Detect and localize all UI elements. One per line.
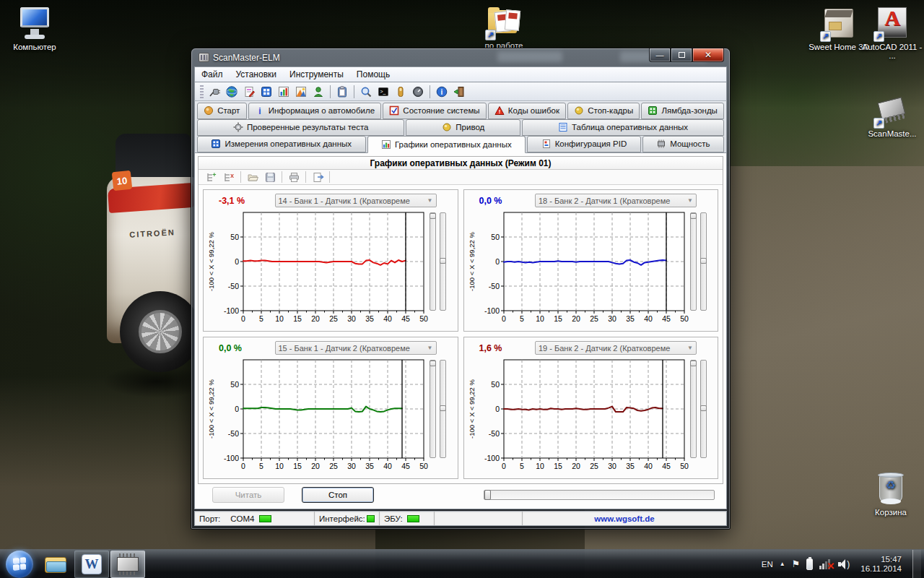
scale-slider[interactable] [430,212,436,311]
desktop-icon-scanmaster[interactable]: ↗ ScanMaste... [859,92,924,138]
svg-text:-100: -100 [224,454,239,462]
playback-slider[interactable] [484,490,715,500]
open-icon[interactable] [245,170,260,184]
tab-start[interactable]: Старт [197,103,247,119]
add-graph-icon[interactable]: + [204,170,219,184]
device-icon[interactable] [393,85,408,99]
terminal-icon[interactable]: >_ [376,85,391,99]
desktop-icon-recycle-bin[interactable]: ♻ Корзина [858,471,924,517]
desktop-icon-label: Компьютер [1,43,68,51]
scale-slider[interactable] [690,212,697,311]
save-icon[interactable] [263,170,277,184]
taskbar: W EN ▲ ⚑ ✕ ) 15:47 16.11.2014 [0,549,924,578]
offset-slider[interactable] [700,212,707,311]
network-icon[interactable]: ✕ [819,558,832,569]
offset-slider[interactable] [440,212,446,311]
desktop-icon-work-folder[interactable]: ↗ по работе [471,4,537,50]
svg-text:10: 10 [275,462,284,470]
svg-text:20: 20 [572,314,580,323]
toolbar-grip [200,85,204,98]
connect-icon[interactable] [207,85,222,99]
user-icon[interactable] [311,85,326,99]
pid-selector[interactable]: 19 - Банк 2 - Датчик 2 (Кратковреме▼ [535,341,697,355]
stop-button[interactable]: Стоп [302,487,374,503]
tab-vehicle-info[interactable]: iИнформация о автомобиле [248,103,382,119]
chart-icon[interactable] [276,85,291,99]
offset-slider[interactable] [440,360,446,458]
toolbar-separator [354,85,354,98]
maximize-button[interactable] [671,48,692,62]
desktop-icon-autocad[interactable]: A ↗ AutoCAD 2011 - ... [859,6,924,60]
remove-graph-icon[interactable]: x [222,170,236,184]
line-chart: 500-50-10005101520253035404550-100 < X <… [206,210,428,329]
info-icon[interactable]: i [435,85,449,99]
svg-text:i: i [258,106,261,116]
pid-grid-icon[interactable] [259,85,274,99]
tab-freeze-frames[interactable]: Стоп-кадры [567,103,640,119]
scale-slider[interactable] [430,360,436,458]
svg-text:50: 50 [230,380,239,389]
menu-help[interactable]: Помощь [350,68,396,81]
pid-selector[interactable]: 14 - Банк 1 - Датчик 1 (Кратковреме▼ [275,194,437,207]
show-desktop-button[interactable] [912,550,921,578]
minimize-button[interactable]: — [649,48,671,62]
line-chart: 500-50-10005101520253035404550-100 < X <… [466,357,689,477]
battery-icon[interactable] [806,558,813,570]
computer-icon [17,6,52,40]
svg-text:50: 50 [680,462,689,470]
print-icon[interactable] [287,170,301,184]
svg-text:x: x [230,172,233,179]
exit-icon[interactable] [452,85,466,99]
window-titlebar[interactable]: ScanMaster-ELM — ✕ [194,48,727,66]
desktop-icon-computer[interactable]: Компьютер [1,6,68,51]
taskbar-scanmaster-button[interactable] [110,551,145,578]
shortcut-arrow-icon: ↗ [485,30,496,40]
word-icon: W [82,554,102,574]
clock[interactable]: 15:47 16.11.2014 [856,555,906,574]
pid-selector[interactable]: 18 - Банк 2 - Датчик 1 (Кратковреме▼ [535,194,697,207]
language-indicator[interactable]: EN [762,560,773,569]
menu-settings[interactable]: Установки [230,68,283,81]
svg-text:30: 30 [347,462,356,470]
svg-text:-50: -50 [488,282,499,290]
volume-icon[interactable]: ) [838,559,850,569]
export-icon[interactable] [310,170,325,184]
globe-icon[interactable] [225,85,239,99]
pid-selector[interactable]: 15 - Банк 1 - Датчик 2 (Кратковреме▼ [275,341,437,355]
tab-system-status[interactable]: Состояние системы [383,103,487,119]
toolbar-separator [330,85,331,98]
tab-live-data-graphs[interactable]: Графики оперативных данных [367,136,526,153]
tab-pid-config[interactable]: Конфигурация PID [527,136,641,152]
image-report-icon[interactable] [294,85,308,99]
clipboard-icon[interactable] [335,85,349,99]
tab-test-results[interactable]: Проверенные результаты теста [197,119,404,136]
close-button[interactable]: ✕ [692,48,724,62]
read-button[interactable]: Читать [212,487,284,503]
menu-tools[interactable]: Инструменты [283,68,350,81]
tab-live-data-table[interactable]: Таблица оперативных данных [522,119,724,136]
tab-power[interactable]: Мощность [642,136,724,152]
panel-title: Графики оперативных данных (Режим 01) [199,157,723,170]
hidden-icons-arrow[interactable]: ▲ [780,561,785,567]
taskbar-word-button[interactable]: W [74,551,109,578]
start-button[interactable] [6,551,33,578]
action-center-flag-icon[interactable]: ⚑ [792,558,801,569]
svg-text:5: 5 [259,462,263,470]
menu-file[interactable]: Файл [195,68,230,81]
tab-actuators[interactable]: Привод [406,119,520,136]
chart-panel-b2s1: 0,0 % 18 - Банк 2 - Датчик 1 (Кратковрем… [463,189,719,332]
offset-slider[interactable] [700,360,707,458]
slider-thumb[interactable] [484,490,491,500]
taskbar-explorer-button[interactable] [38,551,73,578]
search-icon[interactable] [359,85,373,99]
window-statusbar: Порт: COM4 Интерфейс: ЭБУ: www.wgsoft.de [194,511,727,526]
tab-lambda[interactable]: Лямбда-зонды [641,103,724,119]
website-link[interactable]: www.wgsoft.de [523,512,726,525]
tab-live-data-meters[interactable]: Измерения оперативных данных [197,136,366,152]
gauge-icon[interactable] [411,85,425,99]
folder-icon: ↗ [487,4,521,39]
settings-doc-icon[interactable] [242,85,256,99]
tab-dtc[interactable]: !Коды ошибок [488,103,566,119]
scale-slider[interactable] [690,360,697,458]
port-value: COM4 [230,514,254,523]
